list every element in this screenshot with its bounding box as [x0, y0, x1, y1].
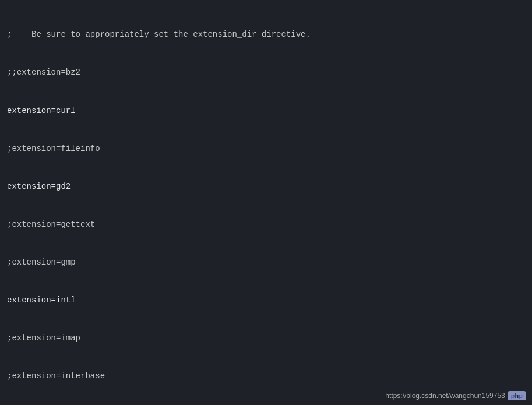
line-gettext: ;extension=gettext — [7, 219, 525, 231]
line-fileinfo: ;extension=fileinfo — [7, 143, 525, 156]
line-bz2-commented: ;;extension=bz2 — [7, 66, 525, 79]
line-comment-set: ; Be sure to appropriately set the exten… — [7, 29, 525, 41]
line-intl: extension=intl — [7, 294, 525, 307]
watermark-url: https://blog.csdn.net/wangchun159753 — [385, 392, 505, 400]
code-editor: ; Be sure to appropriately set the exten… — [0, 0, 532, 405]
line-curl: extension=curl — [7, 105, 525, 118]
line-imap: ;extension=imap — [7, 332, 525, 345]
line-gmp: ;extension=gmp — [7, 256, 525, 269]
line-gd2: extension=gd2 — [7, 181, 525, 193]
watermark-container: https://blog.csdn.net/wangchun159753 php — [385, 391, 526, 400]
php-badge: php — [508, 391, 526, 400]
line-interbase: ;extension=interbase — [7, 370, 525, 383]
